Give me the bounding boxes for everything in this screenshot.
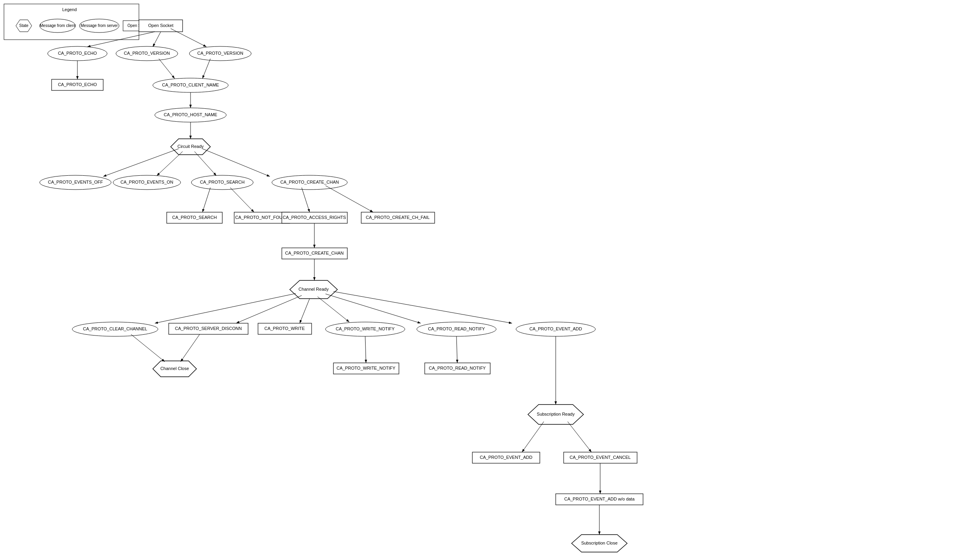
svg-line-96 xyxy=(318,297,349,322)
svg-text:Subscription Close: Subscription Close xyxy=(581,541,618,545)
svg-text:CA_PROTO_WRITE_NOTIFY: CA_PROTO_WRITE_NOTIFY xyxy=(337,366,396,370)
node-ca-proto-search-resp: CA_PROTO_SEARCH xyxy=(167,212,222,223)
svg-line-101 xyxy=(365,336,366,363)
svg-text:CA_PROTO_WRITE_NOTIFY: CA_PROTO_WRITE_NOTIFY xyxy=(336,326,395,331)
svg-text:CA_PROTO_CLEAR_CHANNEL: CA_PROTO_CLEAR_CHANNEL xyxy=(83,326,147,331)
svg-line-90 xyxy=(325,186,373,212)
svg-line-85 xyxy=(194,152,216,176)
node-channel-ready: Channel Ready xyxy=(290,280,337,299)
svg-line-98 xyxy=(333,292,512,323)
svg-text:Message from client: Message from client xyxy=(40,23,75,28)
node-ca-proto-version-left: CA_PROTO_VERSION xyxy=(116,46,178,61)
node-ca-proto-events-on: CA_PROTO_EVENTS_ON xyxy=(113,175,181,190)
svg-text:Channel Close: Channel Close xyxy=(160,366,189,371)
svg-text:Subscription Ready: Subscription Ready xyxy=(537,412,575,416)
node-subscription-close: Subscription Close xyxy=(572,535,627,552)
svg-text:CA_PROTO_HOST_NAME: CA_PROTO_HOST_NAME xyxy=(164,112,218,117)
node-ca-proto-server-disconn: CA_PROTO_SERVER_DISCONN xyxy=(169,323,248,334)
svg-line-99 xyxy=(131,334,165,362)
svg-text:CA_PROTO_SERVER_DISCONN: CA_PROTO_SERVER_DISCONN xyxy=(175,326,242,331)
svg-text:CA_PROTO_VERSION: CA_PROTO_VERSION xyxy=(197,51,243,56)
svg-line-86 xyxy=(202,149,270,176)
node-ca-proto-create-ch-fail: CA_PROTO_CREATE_CH_FAIL xyxy=(361,212,435,223)
node-ca-proto-search: CA_PROTO_SEARCH xyxy=(191,175,253,190)
svg-text:CA_PROTO_EVENTS_OFF: CA_PROTO_EVENTS_OFF xyxy=(48,180,103,184)
node-subscription-ready: Subscription Ready xyxy=(528,405,583,424)
node-ca-proto-create-chan: CA_PROTO_CREATE_CHAN xyxy=(272,175,347,190)
svg-line-93 xyxy=(155,293,296,323)
svg-line-89 xyxy=(302,188,310,212)
node-ca-proto-event-add-resp: CA_PROTO_EVENT_ADD xyxy=(472,452,540,463)
node-ca-proto-write-notify-resp: CA_PROTO_WRITE_NOTIFY xyxy=(333,363,399,374)
svg-text:CA_PROTO_VERSION: CA_PROTO_VERSION xyxy=(124,51,170,56)
svg-text:CA_PROTO_READ_NOTIFY: CA_PROTO_READ_NOTIFY xyxy=(428,326,485,331)
legend: Legend State Message from client Message… xyxy=(4,4,155,40)
svg-text:CA_PROTO_EVENT_ADD w/o data: CA_PROTO_EVENT_ADD w/o data xyxy=(564,497,635,501)
svg-line-97 xyxy=(325,294,421,323)
svg-text:Channel Ready: Channel Ready xyxy=(298,287,329,292)
svg-line-76 xyxy=(153,32,161,47)
svg-text:Open Socket: Open Socket xyxy=(148,23,173,28)
svg-line-94 xyxy=(236,295,302,323)
svg-text:CA_PROTO_READ_NOTIFY: CA_PROTO_READ_NOTIFY xyxy=(429,366,486,370)
svg-line-105 xyxy=(568,422,591,452)
node-ca-proto-version-right: CA_PROTO_VERSION xyxy=(189,46,251,61)
diagram-container: Legend State Message from client Message… xyxy=(0,0,959,560)
svg-line-79 xyxy=(159,59,175,79)
node-ca-proto-read-notify-resp: CA_PROTO_READ_NOTIFY xyxy=(425,363,490,374)
svg-text:CA_PROTO_CREATE_CH_FAIL: CA_PROTO_CREATE_CH_FAIL xyxy=(366,215,430,220)
node-ca-proto-event-add: CA_PROTO_EVENT_ADD xyxy=(516,322,595,336)
node-ca-proto-client-name: CA_PROTO_CLIENT_NAME xyxy=(153,78,228,92)
svg-text:Message from server: Message from server xyxy=(81,23,118,28)
svg-line-102 xyxy=(456,336,457,363)
svg-line-100 xyxy=(181,334,200,362)
svg-text:CA_PROTO_EVENTS_ON: CA_PROTO_EVENTS_ON xyxy=(120,180,173,184)
node-ca-proto-event-add-wo-data: CA_PROTO_EVENT_ADD w/o data xyxy=(556,494,643,505)
svg-text:CA_PROTO_NOT_FOUND: CA_PROTO_NOT_FOUND xyxy=(235,215,289,220)
node-circuit-ready: Circuit Ready xyxy=(171,139,210,155)
svg-line-88 xyxy=(230,188,254,212)
svg-text:State: State xyxy=(19,23,29,28)
svg-text:Circuit Ready: Circuit Ready xyxy=(177,144,204,149)
svg-text:CA_PROTO_ACCESS_RIGHTS: CA_PROTO_ACCESS_RIGHTS xyxy=(283,215,346,220)
svg-text:CA_PROTO_CREATE_CHAN: CA_PROTO_CREATE_CHAN xyxy=(285,251,344,255)
node-channel-close: Channel Close xyxy=(153,361,196,377)
svg-text:Legend: Legend xyxy=(62,7,77,12)
node-ca-proto-write-notify: CA_PROTO_WRITE_NOTIFY xyxy=(325,322,405,336)
svg-text:CA_PROTO_CLIENT_NAME: CA_PROTO_CLIENT_NAME xyxy=(162,82,219,87)
node-ca-proto-clear-channel: CA_PROTO_CLEAR_CHANNEL xyxy=(72,322,158,336)
node-ca-proto-write: CA_PROTO_WRITE xyxy=(258,323,312,334)
node-ca-proto-not-found: CA_PROTO_NOT_FOUND xyxy=(234,212,290,223)
node-ca-proto-echo-server: CA_PROTO_ECHO xyxy=(52,79,103,90)
node-ca-proto-event-cancel: CA_PROTO_EVENT_CANCEL xyxy=(564,452,637,463)
svg-line-80 xyxy=(202,59,210,79)
node-ca-proto-host-name: CA_PROTO_HOST_NAME xyxy=(155,108,226,122)
node-ca-proto-create-chan-resp: CA_PROTO_CREATE_CHAN xyxy=(282,248,347,259)
node-ca-proto-read-notify: CA_PROTO_READ_NOTIFY xyxy=(417,322,496,336)
node-ca-proto-access-rights: CA_PROTO_ACCESS_RIGHTS xyxy=(282,212,347,223)
svg-text:CA_PROTO_ECHO: CA_PROTO_ECHO xyxy=(58,82,97,87)
node-ca-proto-echo-client: CA_PROTO_ECHO xyxy=(48,46,107,61)
svg-text:CA_PROTO_EVENT_ADD: CA_PROTO_EVENT_ADD xyxy=(480,455,533,460)
svg-text:CA_PROTO_CREATE_CHAN: CA_PROTO_CREATE_CHAN xyxy=(280,180,339,184)
svg-text:CA_PROTO_ECHO: CA_PROTO_ECHO xyxy=(58,51,97,56)
svg-text:CA_PROTO_WRITE: CA_PROTO_WRITE xyxy=(264,326,305,331)
svg-text:CA_PROTO_SEARCH: CA_PROTO_SEARCH xyxy=(200,180,245,184)
svg-line-83 xyxy=(103,149,179,176)
svg-line-77 xyxy=(171,29,206,47)
svg-text:CA_PROTO_EVENT_CANCEL: CA_PROTO_EVENT_CANCEL xyxy=(570,455,631,460)
node-ca-proto-events-off: CA_PROTO_EVENTS_OFF xyxy=(40,175,111,190)
svg-text:CA_PROTO_EVENT_ADD: CA_PROTO_EVENT_ADD xyxy=(530,326,582,331)
node-open-socket: Open Socket xyxy=(139,20,183,32)
svg-text:CA_PROTO_SEARCH: CA_PROTO_SEARCH xyxy=(172,215,217,220)
svg-line-87 xyxy=(202,188,210,212)
svg-line-104 xyxy=(522,422,544,452)
svg-line-95 xyxy=(300,299,310,323)
